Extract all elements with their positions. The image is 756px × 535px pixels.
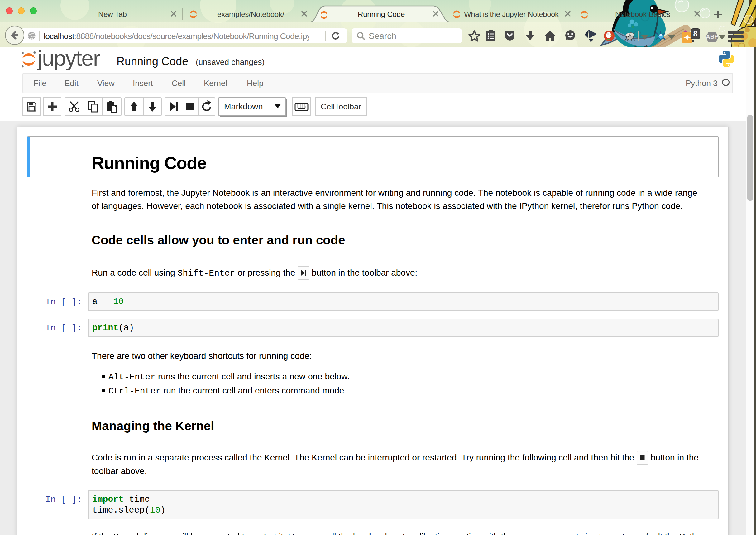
tab-close-icon[interactable] (564, 10, 571, 17)
notebook-area: Running Code First and foremost, the Jup… (0, 121, 756, 535)
code-cell[interactable]: In [ ]: a = 10 (27, 293, 718, 311)
tab-close-icon[interactable] (432, 10, 439, 17)
cut-icon (66, 98, 83, 115)
paragraph-intro: First and foremost, the Jupyter Notebook… (92, 186, 697, 212)
code-input[interactable]: a = 10 (88, 293, 718, 311)
jupyter-logo-icon[interactable] (21, 50, 36, 69)
menu-view[interactable]: View (97, 78, 115, 88)
downloads-icon[interactable] (525, 30, 535, 42)
code-cell[interactable]: In [ ]: print(a) (27, 319, 718, 337)
dropdown-caret-icon[interactable] (667, 35, 676, 40)
notebook-h1: Running Code (92, 154, 206, 172)
list-item: Ctrl-Enter run the current cell and ente… (92, 384, 350, 398)
add-cell-button[interactable] (43, 97, 61, 116)
inline-code: Ctrl-Enter (108, 386, 161, 396)
bookmark-star-icon[interactable] (468, 30, 480, 42)
text-run: runs the current cell and inserts a new … (155, 372, 350, 381)
list-item: Alt-Enter runs the current cell and inse… (92, 370, 350, 384)
chat-smiley-icon[interactable] (564, 30, 576, 42)
input-prompt: In [ ]: (27, 319, 88, 337)
restart-icon (199, 98, 214, 115)
command-palette-button[interactable] (292, 97, 311, 116)
step-forward-inline-button (298, 266, 309, 280)
copy-cell-button[interactable] (84, 97, 102, 116)
notebook-title[interactable]: Running Code (117, 56, 188, 67)
stop-icon (639, 454, 645, 461)
text-run: Code is run in a separate process called… (92, 453, 637, 462)
toolbar-separator (638, 31, 639, 41)
bug-addon-icon[interactable] (655, 31, 666, 43)
tab-what-is-jupyter[interactable]: What is the Jupyter Notebook (464, 10, 559, 19)
restart-kernel-button[interactable] (199, 97, 215, 116)
tab-separator (182, 8, 183, 20)
notebook-container: Running Code First and foremost, the Jup… (17, 127, 729, 535)
save-button[interactable] (22, 97, 40, 116)
plus-icon (44, 98, 61, 115)
tab-examples-notebook[interactable]: examples/Notebook/ (217, 10, 284, 19)
code-cell[interactable]: In [ ]: import time time.sleep(10) (27, 490, 718, 520)
jupyter-favicon (580, 10, 589, 19)
new-tab-button[interactable] (713, 10, 723, 19)
text-run: or pressing the (235, 268, 298, 277)
menu-hamburger-icon[interactable] (728, 31, 744, 43)
move-cell-up-button[interactable] (124, 97, 143, 116)
addon-triangles-icon[interactable] (584, 29, 598, 43)
input-prompt: In [ ]: (27, 293, 88, 311)
paste-cell-button[interactable] (102, 97, 122, 116)
jupyter-wordmark[interactable]: jupyter (38, 47, 100, 69)
dropdown-caret-icon[interactable] (718, 35, 726, 40)
tab-separator (575, 8, 575, 20)
duckduckgo-icon[interactable] (604, 30, 615, 42)
celltoolbar-button[interactable]: CellToolbar (315, 97, 367, 116)
home-icon[interactable] (544, 30, 556, 42)
interrupt-kernel-button[interactable] (182, 97, 199, 116)
paragraph-kernel-dies: If the Kernel dies you will be prompted … (92, 530, 728, 535)
keyboard-icon (293, 98, 310, 115)
move-cell-down-button[interactable] (143, 97, 162, 116)
save-icon (23, 98, 40, 115)
kernel-name: Python 3 (686, 78, 718, 88)
scrollbar-track[interactable] (746, 47, 754, 535)
dropdown-caret-icon[interactable] (641, 35, 649, 40)
tab-notebook-basics[interactable]: Notebook Basics (615, 10, 670, 19)
step-forward-icon (301, 269, 306, 276)
tab-close-icon[interactable] (694, 10, 701, 17)
code-input[interactable]: import time time.sleep(10) (88, 490, 718, 520)
input-prompt: In [ ]: (27, 490, 88, 520)
addon-badge: 8 (690, 28, 700, 39)
tab-new-tab[interactable]: New Tab (98, 10, 127, 19)
run-cell-button[interactable] (165, 97, 182, 116)
checkpoint-status: (unsaved changes) (196, 58, 265, 66)
cut-cell-button[interactable] (65, 97, 84, 116)
menu-file[interactable]: File (33, 78, 46, 88)
cell-type-select[interactable]: Markdown (218, 97, 286, 116)
tab-running-code[interactable]: Running Code (358, 10, 405, 19)
menu-cell[interactable]: Cell (172, 78, 186, 88)
menubar: File Edit View Insert Cell Kernel Help P… (22, 73, 733, 93)
code-input[interactable]: print(a) (88, 319, 718, 337)
paragraph-shortcuts: There are two other keyboard shortcuts f… (92, 350, 312, 363)
tab-close-icon[interactable] (170, 10, 177, 17)
shortcut-list: Alt-Enter runs the current cell and inse… (92, 370, 350, 398)
fly-addon-icon[interactable] (625, 32, 635, 42)
tab-close-icon[interactable] (301, 10, 308, 17)
heading-managing-kernel: Managing the Kernel (92, 419, 214, 433)
menu-insert[interactable]: Insert (133, 78, 153, 88)
scrollbar-thumb[interactable] (747, 115, 753, 201)
tab-separator (706, 8, 706, 20)
browser-chrome: New Tab examples/Notebook/ Running Code … (0, 0, 756, 47)
selected-markdown-cell[interactable]: Running Code (27, 136, 718, 177)
paste-icon (103, 98, 121, 115)
abp-label: ABP (705, 33, 719, 40)
pocket-icon[interactable] (504, 30, 515, 42)
text-run: run the current cell and enters command … (161, 386, 346, 395)
jupyter-header: jupyter Running Code (unsaved changes) F… (0, 47, 756, 121)
jupyter-favicon (189, 10, 198, 18)
menu-help[interactable]: Help (247, 78, 263, 88)
inline-code: Shift-Enter (177, 268, 235, 278)
reading-list-icon[interactable] (486, 30, 496, 42)
menu-kernel[interactable]: Kernel (204, 78, 227, 88)
menu-edit[interactable]: Edit (65, 78, 78, 88)
select-caret-icon (274, 104, 281, 109)
adblock-plus-icon[interactable]: ABP (705, 32, 719, 42)
